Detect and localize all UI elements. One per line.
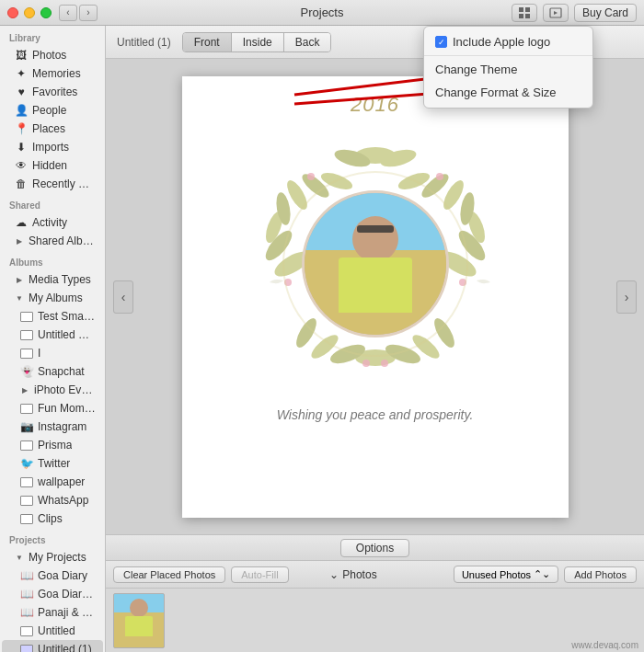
tab-front[interactable]: Front [183,33,232,51]
sidebar-item-label: Panaji & Bar... [38,606,96,619]
sidebar-item-recently-deleted[interactable]: 🗑 Recently Delet... [2,175,103,193]
grid-view-button[interactable] [512,4,537,22]
tab-back[interactable]: Back [284,33,331,51]
thumb-inner [114,594,164,647]
sidebar-item-label: WhatsApp [38,494,88,507]
sidebar-item-label: Fun Moments [38,402,96,415]
sidebar-item-places[interactable]: 📍 Places [2,120,103,138]
include-apple-logo-checkbox[interactable]: ✓ [435,36,447,48]
titlebar-actions: Buy Card [512,4,637,22]
sidebar-item-clips[interactable]: Clips [2,509,103,528]
sidebar-item-instagram[interactable]: 📷 Instagram [2,418,103,436]
unused-photos-label: Unused Photos [462,569,531,580]
maximize-button[interactable] [40,7,52,18]
dropdown-separator [424,55,592,56]
album-icon [20,310,33,323]
add-photos-button[interactable]: Add Photos [564,566,637,583]
sidebar-item-activity[interactable]: ☁ Activity [2,213,103,232]
sidebar-item-media-types[interactable]: ▶ Media Types [2,270,103,289]
person-photo [305,193,446,335]
sidebar-item-label: My Projects [29,551,86,564]
svg-point-34 [362,360,370,367]
change-format-size-item[interactable]: Change Format & Size [424,81,592,104]
sidebar-item-untitled-sm[interactable]: Untitled Sm... [2,326,103,344]
sidebar-item-my-albums[interactable]: ▼ My Albums [2,289,103,307]
unused-photos-dropdown[interactable]: Unused Photos ⌃⌄ [454,566,558,583]
sidebar-item-whatsapp[interactable]: WhatsApp [2,491,103,509]
sidebar-item-label: Activity [32,216,67,229]
album-icon [20,347,33,360]
project-icon [20,643,33,652]
sidebar-item-hidden[interactable]: 👁 Hidden [2,156,103,175]
canvas-nav-right[interactable]: › [616,280,637,314]
change-theme-label: Change Theme [435,63,517,76]
library-header: Library [0,26,105,46]
change-format-label: Change Format & Size [435,86,557,99]
sidebar-item-label: Untitled (1) [38,643,92,652]
sidebar-item-fun-moments[interactable]: Fun Moments [2,399,103,418]
activity-icon: ☁ [15,216,28,229]
bottom-right: Unused Photos ⌃⌄ Add Photos [454,566,637,583]
sidebar-item-untitled-1[interactable]: Untitled (1) [2,640,103,652]
whatsapp-icon [20,494,33,507]
clear-placed-photos-button[interactable]: Clear Placed Photos [113,566,225,583]
slideshow-button[interactable] [543,4,569,22]
sidebar-item-favorites[interactable]: ♥ Favorites [2,83,103,101]
clips-icon [20,512,33,525]
tab-inside[interactable]: Inside [232,33,284,51]
titlebar: ‹ › Projects Buy Card [0,0,644,26]
places-icon: 📍 [15,122,28,135]
sidebar-item-label: Imports [32,141,69,154]
minimize-button[interactable] [24,7,35,18]
sidebar-item-test-smart[interactable]: Test Smart... [2,307,103,326]
sidebar-item-label: Places [32,122,65,135]
trash-icon: 🗑 [15,177,28,190]
auto-fill-button[interactable]: Auto-Fill [231,566,288,583]
project-icon: 📖 [20,588,33,601]
include-apple-logo-item[interactable]: ✓ Include Apple logo [424,30,592,53]
thumb-head [130,599,148,617]
card-wreath-area [182,135,569,393]
sidebar-item-memories[interactable]: ✦ Memories [2,64,103,83]
photo-circle [302,190,449,337]
sidebar: Library 🖼 Photos ✦ Memories ♥ Favorites … [0,26,106,652]
sidebar-item-label: Twitter [38,457,70,470]
sidebar-item-shared-albums[interactable]: ▶ Shared Albums [2,232,103,250]
memories-icon: ✦ [15,67,28,80]
sidebar-item-i[interactable]: I [2,344,103,362]
sidebar-item-wallpaper[interactable]: wallpaper [2,473,103,491]
sidebar-item-imports[interactable]: ⬇ Imports [2,138,103,156]
sidebar-item-goa-diary-1[interactable]: 📖 Goa Diary (1) [2,585,103,603]
album-icon [20,328,33,341]
sidebar-item-label: Prisma [38,439,72,452]
close-button[interactable] [7,7,18,18]
sidebar-item-label: Untitled [38,624,75,637]
sidebar-item-snapchat[interactable]: 👻 Snapchat [2,362,103,381]
svg-rect-3 [525,14,530,18]
forward-arrow[interactable]: › [79,5,98,21]
change-theme-item[interactable]: Change Theme [424,58,592,81]
sidebar-item-panaji[interactable]: 📖 Panaji & Bar... [2,603,103,622]
sidebar-item-untitled[interactable]: Untitled [2,622,103,640]
options-button[interactable]: Options [340,539,409,557]
sidebar-item-photos[interactable]: 🖼 Photos [2,46,103,64]
sidebar-item-people[interactable]: 👤 People [2,101,103,120]
photo-thumbnail[interactable] [113,593,165,648]
buy-card-button[interactable]: Buy Card [574,4,637,22]
sidebar-item-goa-diary[interactable]: 📖 Goa Diary [2,566,103,585]
back-arrow[interactable]: ‹ [59,5,77,21]
svg-rect-1 [525,7,530,12]
imports-icon: ⬇ [15,141,28,154]
sidebar-item-label: Goa Diary [38,569,87,582]
sidebar-item-twitter[interactable]: 🐦 Twitter [2,454,103,473]
canvas-nav-left[interactable]: ‹ [113,280,133,314]
sidebar-item-iphoto-events[interactable]: ▶ iPhoto Events [2,381,103,399]
sidebar-item-label: Media Types [29,273,91,286]
sidebar-item-prisma[interactable]: Prisma [2,436,103,454]
svg-point-32 [307,173,315,180]
project-icon: 📖 [20,569,33,582]
tab-group: Front Inside Back [182,32,332,52]
sidebar-item-label: Instagram [38,420,86,433]
svg-point-35 [381,360,388,367]
sidebar-item-my-projects[interactable]: ▼ My Projects [2,548,103,566]
